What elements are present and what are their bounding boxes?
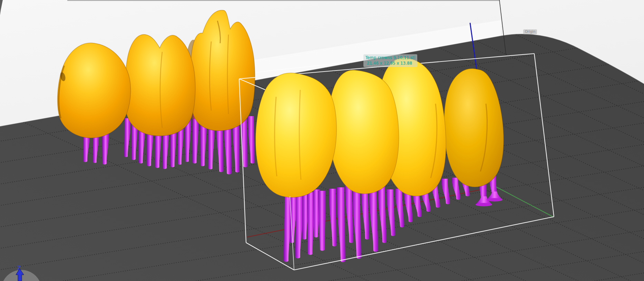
selection-tooltip: Temp crowns 9,10,11.stl 21.46 x 12.95 x … bbox=[363, 54, 417, 67]
crown-group-selected[interactable] bbox=[256, 58, 504, 197]
tooltip-filename: Temp crowns 9,10,11.stl bbox=[365, 55, 415, 60]
crown-incisor-2[interactable] bbox=[329, 70, 399, 194]
scene-canvas[interactable]: Z bbox=[0, 0, 644, 281]
tooltip-dimensions: 21.46 x 12.95 x 13.88 bbox=[365, 60, 415, 66]
support-foot-base bbox=[476, 203, 492, 206]
slicer-3d-viewport[interactable]: Z Temp crowns 9,10,11.stl 21.46 x 12.95 … bbox=[0, 0, 644, 281]
origin-badge: Origin bbox=[523, 29, 537, 34]
support-foot-base bbox=[487, 198, 502, 202]
crown-incisor-1[interactable] bbox=[256, 73, 336, 197]
